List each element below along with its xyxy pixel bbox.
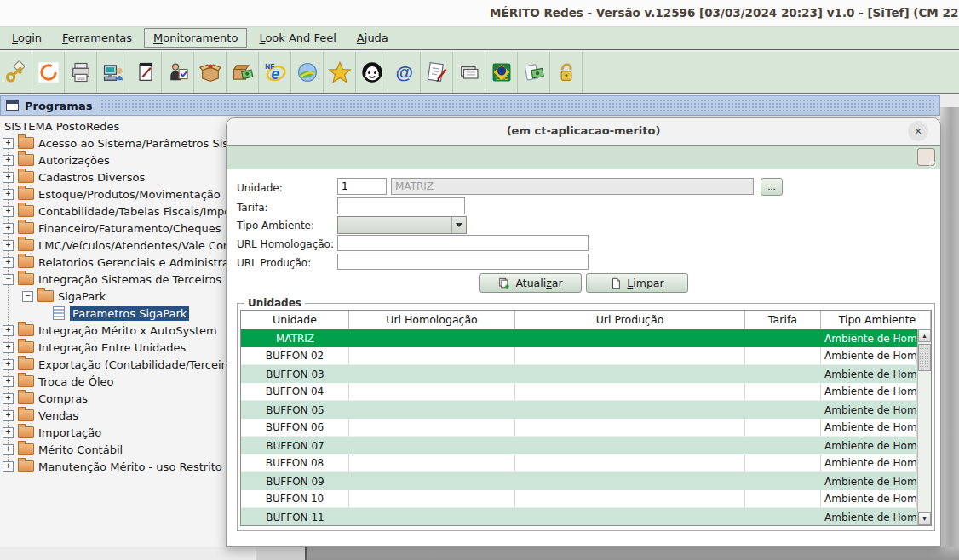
column-header-tarifa[interactable]: Tarifa [745, 311, 821, 329]
checklist-pen-icon[interactable] [421, 52, 453, 93]
tree-item[interactable]: +Autorizações [0, 151, 226, 169]
nfe-icon[interactable]: NFe [259, 52, 291, 93]
tree-item[interactable]: +Compras [0, 390, 226, 407]
tree-item[interactable]: +Mérito Contábil [0, 441, 226, 458]
limpar-button[interactable]: Limpar [586, 273, 688, 293]
expand-plus-icon[interactable]: + [3, 155, 14, 166]
table-row[interactable]: BUFFON 04Ambiente de Hom... [241, 383, 917, 401]
collapse-minus-icon[interactable]: − [3, 274, 14, 285]
table-row[interactable]: BUFFON 09Ambiente de Hom... [241, 472, 917, 490]
atualizar-button[interactable]: Atualizar [480, 273, 582, 293]
expand-plus-icon[interactable]: + [3, 444, 14, 455]
expand-plus-icon[interactable]: + [3, 393, 14, 404]
tree-item[interactable]: +Contabilidade/Tabelas Fiscais/Impos [0, 203, 226, 220]
notepad-icon[interactable] [129, 52, 162, 93]
cards-money-icon[interactable] [518, 52, 550, 93]
tree-item[interactable]: +Acesso ao Sistema/Parâmetros Sist [0, 134, 226, 151]
open-box-icon[interactable] [194, 52, 227, 93]
expand-plus-icon[interactable]: + [3, 240, 14, 251]
favorites-star-icon[interactable] [324, 52, 356, 93]
table-row[interactable]: BUFFON 06Ambiente de Hom... [241, 419, 917, 437]
toolbar: NFe @ LMC [0, 52, 959, 94]
close-icon[interactable]: × [908, 121, 928, 141]
menu-look-and-feel[interactable]: Look And Feel [250, 29, 344, 47]
tree-item[interactable]: −SigaPark [0, 288, 226, 305]
email-at-icon[interactable]: @ [388, 52, 421, 93]
tree-item[interactable]: +Importação [0, 424, 226, 441]
printer-icon[interactable] [65, 52, 97, 93]
menu-ajuda[interactable]: Ajuda [348, 29, 397, 47]
menu-ferramentas[interactable]: Ferramentas [54, 29, 141, 47]
table-row[interactable]: BUFFON 11Ambiente de Hom... [241, 508, 917, 525]
programs-panel-header[interactable]: Programas [0, 95, 940, 116]
expand-plus-icon[interactable]: + [3, 223, 14, 234]
tree-item[interactable]: SISTEMA PostoRedes [0, 117, 226, 134]
tree-item-label: Financeiro/Faturamento/Cheques [38, 222, 221, 235]
table-row[interactable]: BUFFON 03Ambiente de Hom... [241, 365, 917, 383]
tree-item[interactable]: Parametros SigaPark [0, 305, 226, 322]
url-homologacao-input[interactable] [337, 235, 589, 251]
table-row[interactable]: BUFFON 10Ambiente de Hom... [241, 490, 917, 508]
expand-plus-icon[interactable]: + [3, 359, 14, 370]
tree-item[interactable]: −Integração Sistemas de Terceiros [0, 271, 226, 288]
expand-plus-icon[interactable]: + [3, 172, 14, 183]
expand-plus-icon[interactable]: + [3, 461, 14, 472]
table-cell [349, 472, 515, 490]
expand-plus-icon[interactable]: + [3, 410, 14, 421]
column-header-tipo-ambiente[interactable]: Tipo Ambiente [821, 311, 931, 329]
url-producao-input[interactable] [337, 254, 589, 270]
column-header-url-producao[interactable]: Url Produção [515, 311, 745, 329]
expand-plus-icon[interactable]: + [3, 427, 14, 438]
column-header-url-homologacao[interactable]: Url Homologação [349, 311, 515, 329]
box-money-icon[interactable] [227, 52, 259, 93]
scrollbar-thumb[interactable] [918, 344, 931, 371]
tree-item[interactable]: +Vendas [0, 407, 226, 424]
scroll-down-icon[interactable]: ▼ [918, 512, 931, 525]
expand-plus-icon[interactable]: + [3, 376, 14, 387]
attendant-check-icon[interactable] [162, 52, 194, 93]
tree-item[interactable]: +Estoque/Produtos/Movimentação [0, 186, 226, 203]
padlock-open-icon[interactable] [550, 52, 583, 93]
tree-item[interactable]: +Cadastros Diversos [0, 169, 226, 186]
expand-plus-icon[interactable]: + [3, 206, 14, 217]
key-login-icon[interactable] [0, 52, 32, 93]
tree-item[interactable]: +Financeiro/Faturamento/Cheques [0, 220, 226, 237]
folder-icon [18, 358, 34, 370]
column-header-unidade[interactable]: Unidade [241, 311, 349, 329]
tipo-ambiente-select[interactable] [337, 216, 467, 234]
tarifa-input[interactable] [337, 197, 465, 214]
unidade-code-input[interactable] [337, 178, 387, 195]
expand-plus-icon[interactable]: + [3, 138, 14, 149]
tree-item[interactable]: +Exportação (Contabilidade/Terceiros [0, 356, 226, 373]
support-headset-icon[interactable] [356, 52, 388, 93]
vertical-scrollbar[interactable]: ▲ ▼ [917, 329, 931, 525]
table-row[interactable]: BUFFON 08Ambiente de Hom... [241, 454, 917, 472]
lmc-logo-icon[interactable]: LMC [485, 52, 518, 93]
tree-item[interactable]: +LMC/Veículos/Atendentes/Vale Com [0, 237, 226, 254]
workstation-user-icon[interactable] [97, 52, 129, 93]
tree-item[interactable]: +Relatorios Gerenciais e Administrati [0, 254, 226, 271]
tree-item-label: Troca de Óleo [38, 375, 113, 388]
tree-item[interactable]: +Troca de Óleo [0, 373, 226, 390]
expand-plus-icon[interactable]: + [3, 257, 14, 268]
globe-brazil-icon[interactable] [291, 52, 324, 93]
tree-item[interactable]: +Integração Entre Unidades [0, 339, 226, 356]
menu-monitoramento[interactable]: Monitoramento [144, 28, 247, 48]
expand-plus-icon[interactable]: + [3, 342, 14, 353]
scroll-up-icon[interactable]: ▲ [918, 329, 931, 342]
session-ring-icon[interactable] [32, 52, 65, 93]
table-header: Unidade Url Homologação Url Produção Tar… [241, 311, 931, 329]
browse-button[interactable]: ... [761, 178, 783, 196]
tree-item[interactable]: +Manutenção Mérito - uso Restrito [0, 458, 226, 475]
expand-plus-icon[interactable]: + [3, 189, 14, 200]
collapse-minus-icon[interactable]: − [22, 291, 33, 302]
expand-plus-icon[interactable]: + [3, 325, 14, 336]
document-stack-icon[interactable] [453, 52, 485, 93]
table-row[interactable]: MATRIZAmbiente de Hom... [241, 329, 917, 347]
table-row[interactable]: BUFFON 02Ambiente de Hom... [241, 347, 917, 365]
table-row[interactable]: BUFFON 05Ambiente de Hom... [241, 401, 917, 419]
tree-item[interactable]: +Integração Mérito x AutoSystem [0, 322, 226, 339]
menu-login[interactable]: Login [3, 29, 50, 47]
table-row[interactable]: BUFFON 07Ambiente de Hom... [241, 437, 917, 454]
power-exit-button[interactable] [917, 148, 935, 166]
